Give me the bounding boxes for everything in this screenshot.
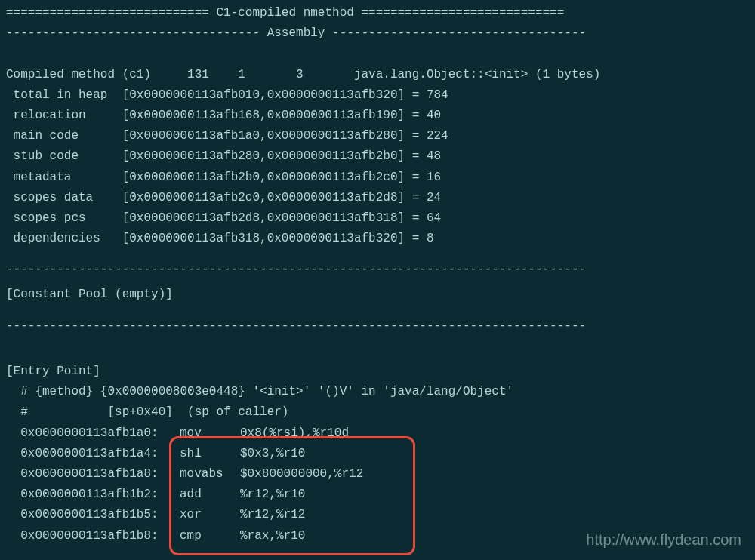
asm-mnemonic: add	[180, 485, 240, 505]
asm-addr: 0x0000000113afb1a8:	[6, 464, 180, 485]
asm-line: 0x0000000113afb1a0:mov0x8(%rsi),%r10d	[6, 423, 749, 444]
asm-addr: 0x0000000113afb1a0:	[6, 423, 180, 444]
asm-addr: 0x0000000113afb1b2:	[6, 485, 180, 505]
mem-relocation: relocation [0x0000000113afb168,0x0000000…	[6, 106, 749, 126]
mem-scopes-pcs: scopes pcs [0x0000000113afb2d8,0x0000000…	[6, 208, 749, 229]
asm-operands: 0x8(%rsi),%r10d	[240, 426, 349, 440]
mem-total-in-heap: total in heap [0x0000000113afb010,0x0000…	[6, 85, 749, 106]
asm-mnemonic: mov	[180, 423, 240, 444]
mem-metadata: metadata [0x0000000113afb2b0,0x000000011…	[6, 168, 749, 188]
header-assembly: ----------------------------------- Asse…	[6, 23, 749, 44]
asm-addr: 0x0000000113afb1b5:	[6, 505, 180, 525]
asm-mnemonic: cmp	[180, 526, 240, 546]
asm-addr: 0x0000000113afb1a4:	[6, 444, 180, 464]
asm-mnemonic: xor	[180, 505, 240, 525]
asm-operands: $0x800000000,%r12	[240, 467, 363, 481]
mem-main-code: main code [0x0000000113afb1a0,0x00000001…	[6, 126, 749, 146]
asm-line: 0x0000000113afb1a4:shl$0x3,%r10	[6, 444, 749, 464]
asm-operands: %r12,%r12	[240, 508, 305, 522]
compiled-method-line: Compiled method (c1) 131 1 3 java.lang.O…	[6, 65, 749, 85]
asm-operands: $0x3,%r10	[240, 447, 305, 460]
asm-mnemonic: shl	[180, 444, 240, 464]
asm-addr: 0x0000000113afb1b8:	[6, 526, 180, 546]
divider-1: ----------------------------------------…	[6, 260, 749, 280]
header-nmethod: ============================ C1-compiled…	[6, 3, 749, 23]
divider-2: ----------------------------------------…	[6, 316, 749, 337]
entry-meta-sp: # [sp+0x40] (sp of caller)	[6, 402, 749, 423]
mem-stub-code: stub code [0x0000000113afb280,0x00000001…	[6, 146, 749, 167]
entry-point-title: [Entry Point]	[6, 362, 749, 382]
asm-mnemonic: movabs	[180, 464, 240, 485]
constant-pool-title: [Constant Pool (empty)]	[6, 285, 749, 305]
asm-operands: %r12,%r10	[240, 488, 305, 501]
asm-line: 0x0000000113afb1b2:add%r12,%r10	[6, 485, 749, 505]
asm-line: 0x0000000113afb1a8:movabs$0x800000000,%r…	[6, 464, 749, 485]
mem-dependencies: dependencies [0x0000000113afb318,0x00000…	[6, 229, 749, 249]
entry-meta-method: # {method} {0x00000008003e0448} '<init>'…	[6, 382, 749, 402]
blank	[6, 44, 749, 64]
asm-line: 0x0000000113afb1b5:xor%r12,%r12	[6, 505, 749, 525]
watermark-text: http://www.flydean.com	[586, 527, 741, 552]
blank	[6, 337, 749, 357]
mem-scopes-data: scopes data [0x0000000113afb2c0,0x000000…	[6, 188, 749, 208]
asm-operands: %rax,%r10	[240, 529, 305, 543]
